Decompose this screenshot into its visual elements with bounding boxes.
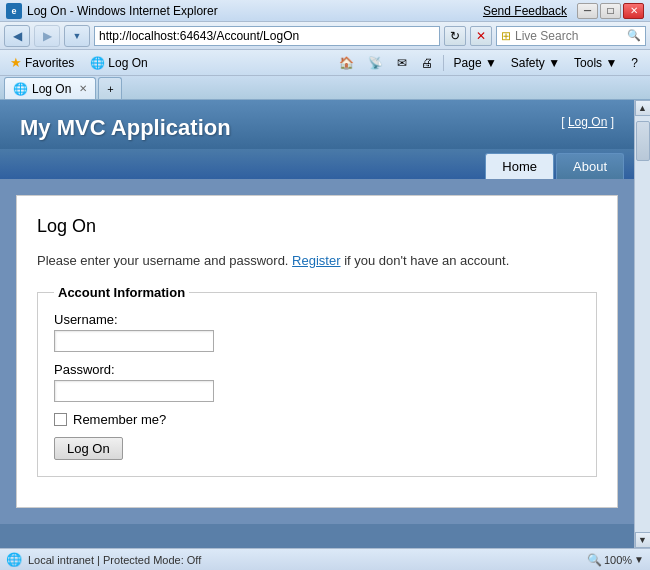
password-field-group: Password: (54, 362, 580, 402)
mail-button[interactable]: ✉ (391, 53, 413, 73)
print-button[interactable]: 🖨 (415, 53, 439, 73)
zoom-button[interactable]: 🔍 100% ▼ (587, 553, 644, 567)
page-button[interactable]: Page ▼ (448, 53, 503, 73)
title-bar: e Log On - Windows Internet Explorer Sen… (0, 0, 650, 22)
url-text: http://localhost:64643/Account/LogOn (99, 29, 299, 43)
tools-label: Tools ▼ (574, 56, 617, 70)
site-body: Log On Please enter your username and pa… (0, 179, 634, 524)
header-login-prefix: [ (561, 115, 568, 129)
username-label: Username: (54, 312, 580, 327)
close-button[interactable]: ✕ (623, 3, 644, 19)
site-title: My MVC Application (20, 115, 231, 141)
url-bar[interactable]: http://localhost:64643/Account/LogOn (94, 26, 440, 46)
account-info-fieldset: Account Information Username: Password: … (37, 285, 597, 477)
window-controls: ─ □ ✕ (577, 3, 644, 19)
site-header: My MVC Application [ Log On ] (0, 100, 634, 149)
page-title: Log On (37, 216, 597, 237)
window-title: Log On - Windows Internet Explorer (27, 4, 218, 18)
help-label: ? (631, 56, 638, 70)
zoom-dropdown-icon[interactable]: ▼ (634, 554, 644, 565)
search-submit-icon[interactable]: 🔍 (627, 29, 641, 42)
zoom-level: 100% (604, 554, 632, 566)
content-box: Log On Please enter your username and pa… (16, 195, 618, 508)
password-label: Password: (54, 362, 580, 377)
home-nav-tab[interactable]: Home (485, 153, 554, 179)
browser-content: My MVC Application [ Log On ] Home About… (0, 100, 634, 548)
stop-button[interactable]: ✕ (470, 26, 492, 46)
remember-me-row: Remember me? (54, 412, 580, 427)
nav-tabs: Home About (0, 149, 634, 179)
toolbar-sep-1 (443, 55, 444, 71)
help-button[interactable]: ? (625, 53, 644, 73)
tab-fav-label: Log On (108, 56, 147, 70)
recent-pages-button[interactable]: ▼ (64, 25, 90, 47)
header-login: [ Log On ] (561, 115, 614, 129)
favorites-bar: ★ Favorites 🌐 Log On 🏠 📡 ✉ 🖨 Page ▼ Safe… (0, 50, 650, 76)
scroll-down-button[interactable]: ▼ (635, 532, 651, 548)
send-feedback-link[interactable]: Send Feedback (483, 4, 567, 18)
status-text: Local intranet | Protected Mode: Off (28, 554, 201, 566)
tab-label: Log On (32, 82, 71, 96)
header-login-suffix: ] (611, 115, 614, 129)
search-input[interactable] (515, 29, 623, 43)
new-tab-button[interactable]: + (98, 77, 122, 99)
tools-button[interactable]: Tools ▼ (568, 53, 623, 73)
password-input[interactable] (54, 380, 214, 402)
home-tab-label: Home (502, 159, 537, 174)
live-search-icon: ⊞ (501, 29, 511, 43)
scroll-up-button[interactable]: ▲ (635, 100, 651, 116)
logon-tab-fav[interactable]: 🌐 Log On (86, 54, 151, 72)
username-field-group: Username: (54, 312, 580, 352)
login-submit-button[interactable]: Log On (54, 437, 123, 460)
home-button[interactable]: 🏠 (333, 53, 360, 73)
header-login-link[interactable]: Log On (568, 115, 607, 129)
favorites-label: Favorites (25, 56, 74, 70)
tab-ie-icon: 🌐 (13, 82, 28, 96)
search-box[interactable]: ⊞ 🔍 (496, 26, 646, 46)
scroll-thumb[interactable] (636, 121, 650, 161)
scroll-track (635, 116, 651, 532)
fieldset-legend: Account Information (54, 285, 189, 300)
toolbar-right: 🏠 📡 ✉ 🖨 Page ▼ Safety ▼ Tools ▼ ? (333, 53, 644, 73)
scrollbar: ▲ ▼ (634, 100, 650, 548)
description-text: Please enter your username and password.… (37, 251, 597, 271)
refresh-button[interactable]: ↻ (444, 26, 466, 46)
tab-close-icon[interactable]: ✕ (79, 83, 87, 94)
about-nav-tab[interactable]: About (556, 153, 624, 179)
browser-content-wrapper: My MVC Application [ Log On ] Home About… (0, 100, 650, 548)
browser-tab-logon[interactable]: 🌐 Log On ✕ (4, 77, 96, 99)
title-bar-left: e Log On - Windows Internet Explorer (6, 3, 218, 19)
safety-button[interactable]: Safety ▼ (505, 53, 566, 73)
tab-row: 🌐 Log On ✕ + (0, 76, 650, 100)
feeds-button[interactable]: 📡 (362, 53, 389, 73)
favorites-button[interactable]: ★ Favorites (6, 53, 78, 72)
back-button[interactable]: ◀ (4, 25, 30, 47)
maximize-button[interactable]: □ (600, 3, 621, 19)
username-input[interactable] (54, 330, 214, 352)
ie-tab-icon: 🌐 (90, 56, 105, 70)
remember-me-checkbox[interactable] (54, 413, 67, 426)
safety-label: Safety ▼ (511, 56, 560, 70)
zoom-icon: 🔍 (587, 553, 602, 567)
description-prefix: Please enter your username and password. (37, 253, 292, 268)
forward-button[interactable]: ▶ (34, 25, 60, 47)
about-tab-label: About (573, 159, 607, 174)
page-label: Page ▼ (454, 56, 497, 70)
description-suffix: if you don't have an account. (344, 253, 509, 268)
globe-icon: 🌐 (6, 552, 22, 567)
status-bar: 🌐 Local intranet | Protected Mode: Off 🔍… (0, 548, 650, 570)
remember-me-label: Remember me? (73, 412, 166, 427)
address-bar: ◀ ▶ ▼ http://localhost:64643/Account/Log… (0, 22, 650, 50)
ie-icon: e (6, 3, 22, 19)
register-link[interactable]: Register (292, 253, 340, 268)
minimize-button[interactable]: ─ (577, 3, 598, 19)
star-icon: ★ (10, 55, 22, 70)
